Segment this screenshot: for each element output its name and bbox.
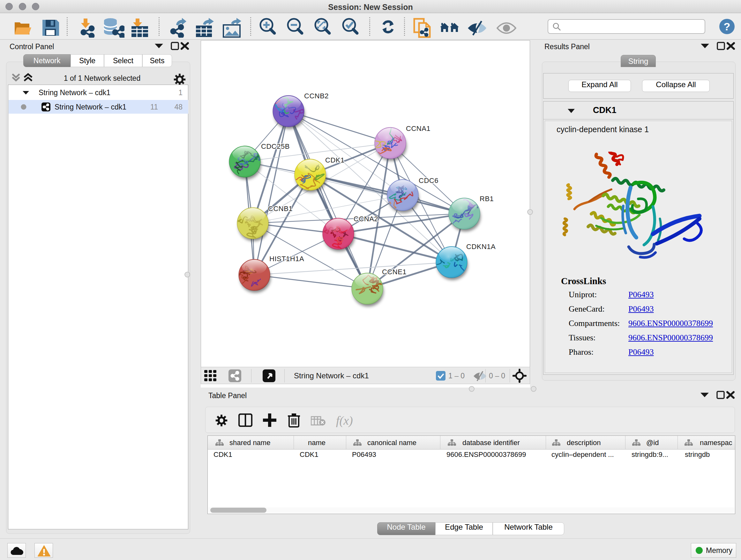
svg-text:HIST1H1A: HIST1H1A — [269, 255, 304, 263]
svg-text:CDK1: CDK1 — [325, 156, 345, 164]
svg-text:RB1: RB1 — [480, 195, 494, 203]
svg-text:CDC6: CDC6 — [419, 177, 439, 185]
svg-text:CCNA2: CCNA2 — [354, 215, 378, 223]
svg-text:CDKN1A: CDKN1A — [466, 243, 495, 251]
svg-text:?: ? — [724, 20, 731, 33]
svg-text:CCNB2: CCNB2 — [304, 92, 329, 100]
svg-text:CCNA1: CCNA1 — [406, 125, 430, 132]
svg-text:f(x): f(x) — [336, 414, 353, 428]
svg-text:CCNB1: CCNB1 — [268, 205, 293, 212]
svg-text:CCNE1: CCNE1 — [382, 268, 407, 276]
svg-text:CDC25B: CDC25B — [261, 142, 290, 150]
